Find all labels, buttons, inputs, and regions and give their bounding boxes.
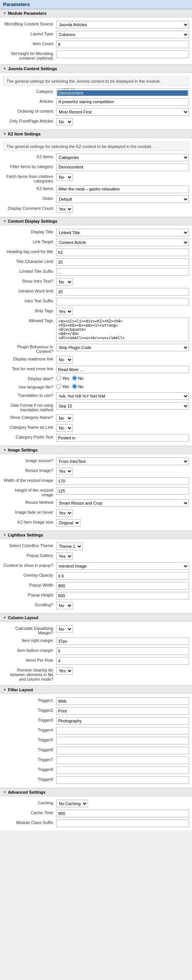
input-intro-text-suffix[interactable] [56,298,189,305]
select-plugin-behaviour[interactable]: Strip Plugin Code [56,344,189,351]
select-layout-type[interactable]: Columns [56,31,189,38]
select-remove-clearing-div[interactable]: Yes No [56,667,73,675]
field-trigger2: Trigger2 [0,706,192,716]
field-display-date: Display date? Yes No [0,374,192,383]
control-only-frontpage: No Yes [56,118,189,126]
section-header-lightbox[interactable]: ▼ Lightbox Settings [0,531,192,539]
input-cache-time[interactable] [56,810,189,817]
section-header-filter-layout[interactable]: ▼ Filter Layout [0,686,192,694]
select-content-show-popup[interactable]: Introtext Image [56,562,189,570]
control-height-resized [56,487,189,495]
control-trigger8 [56,767,189,774]
select-k2-items-list[interactable]: After the meal – gastro relaxation An ap… [56,186,189,193]
section-header-module-parameters[interactable]: ▼ Module Parameters [0,9,192,18]
input-trigger8[interactable] [56,767,189,774]
select-colorbox-theme[interactable]: Theme 1 [56,542,83,550]
control-filter-category: Democontent – Democontent [56,164,189,171]
input-item-count[interactable] [56,41,189,48]
section-header-image-settings[interactable]: ▼ Image Settings [0,446,192,454]
select-date-format[interactable]: Sep 15 [56,402,189,410]
input-trigger4[interactable] [56,727,189,735]
input-overlay-opacity[interactable] [56,572,189,580]
input-item-right-margin[interactable] [56,637,189,645]
input-category-prefix-text[interactable] [56,434,189,442]
select-popup-gallery[interactable]: Yes No [56,552,73,560]
input-trigger9[interactable] [56,776,189,784]
input-trigger3[interactable] [56,717,189,725]
label-display-title: Display Title [3,229,56,234]
section-header-joomla-content[interactable]: ▼ Joomla Content Settings [0,65,192,73]
control-category-name-as-link: No Yes [56,424,189,432]
select-show-category-name[interactable]: No Yes [56,414,73,422]
input-items-per-row[interactable] [56,657,189,665]
label-fetch-children: Fetch items from children categories [3,173,56,183]
select-link-target[interactable]: Content Article [56,239,189,246]
input-text-read-more[interactable] [56,366,189,373]
select-filter-category[interactable]: Democontent – Democontent [56,164,189,171]
radio-display-date-yes[interactable]: Yes [56,375,69,380]
input-trigger1[interactable] [56,697,189,705]
input-popup-height[interactable] [56,592,189,600]
radio-display-date: Yes No [56,375,189,380]
section-body-joomla-content: The general settings for selecting the J… [0,73,192,129]
input-set-height[interactable] [56,51,189,58]
input-popup-width[interactable] [56,582,189,590]
select-scrolling[interactable]: No Yes [56,602,73,609]
input-title-char-limit[interactable] [56,258,189,266]
select-ordering-content[interactable]: Most Recent First [56,108,189,116]
select-category-name-as-link[interactable]: No Yes [56,424,73,432]
select-display-comment-count[interactable]: Yes No [56,205,73,213]
select-only-frontpage[interactable]: No Yes [56,118,73,126]
input-height-resized[interactable] [56,487,189,495]
label-ordering-content: Ordering of content [3,108,56,113]
field-caching: Caching No Caching [0,799,192,808]
section-header-advanced[interactable]: ▼ Advanced Settings [0,788,192,796]
label-heading-tag: Heading tag used for title [3,248,56,254]
radio-language-yes[interactable]: Yes [56,384,69,389]
input-trigger2[interactable] [56,707,189,715]
input-trigger7[interactable] [56,757,189,764]
select-caching[interactable]: No Caching [56,800,88,807]
label-cache-time: Cache Time [3,810,56,815]
input-trigger6[interactable] [56,747,189,754]
select-show-intro-text[interactable]: No Yes [56,278,73,286]
field-introtext-word-limit: Introtext Word limit [0,287,192,297]
input-introtext-word-limit[interactable] [56,288,189,296]
input-trigger5[interactable] [56,737,189,745]
select-strip-tags[interactable]: Yes No [56,308,73,315]
section-header-k2-items[interactable]: ▼ K2 Item Settings [0,130,192,138]
select-microblog-content-source[interactable]: Joomla Articles [56,21,189,29]
select-category[interactable]: General Languages About Joomla! The CMS … [56,88,189,96]
section-header-content-display[interactable]: ▼ Content Display Settings [0,217,192,225]
select-resize-image[interactable]: Yes No [56,468,73,475]
select-display-readmore[interactable]: No Yes [56,356,73,363]
control-trigger3 [56,717,189,725]
select-image-fade-hover[interactable]: Yes No [56,509,73,517]
radio-display-date-no[interactable]: No [72,375,84,380]
select-resize-method[interactable]: Smart Resize and Crop [56,499,189,507]
select-k2-items[interactable]: Categories [56,154,189,161]
input-width-resized[interactable] [56,477,189,485]
select-fetch-children[interactable]: No Yes [56,173,73,181]
select-display-title[interactable]: Linked Title [56,229,189,236]
label-remove-clearing-div: Remove clearing div between elements in … [3,667,56,681]
input-module-class-suffix[interactable] [56,819,189,827]
field-k2-items-list: K2 Items After the meal – gastro relaxat… [0,185,192,194]
field-limited-title-suffix: Limited Title Suffix [0,267,192,277]
select-k2-image-size[interactable]: Original [56,519,81,527]
select-k2-order[interactable]: Default [56,196,189,203]
select-translation-to-use[interactable]: %A, %d %B %Y %H:%M [56,392,189,400]
radio-language-no[interactable]: No [72,384,84,389]
section-label: Advanced Settings [8,790,46,794]
label-intro-text-suffix: Intro Text Suffix [3,298,56,303]
select-calculate-equalising[interactable]: No Yes [56,625,73,633]
input-heading-tag[interactable] [56,248,189,256]
arrow-icon: ▼ [3,616,6,620]
label-allowed-tags: Allowed Tags [3,318,56,323]
input-limited-title-suffix[interactable] [56,268,189,276]
field-item-bottom-margin: Item bottom margin [0,646,192,656]
select-articles[interactable]: A powerful staring competition A serious… [56,98,189,106]
input-item-bottom-margin[interactable] [56,647,189,655]
select-image-source[interactable]: From IntroText [56,458,189,465]
section-header-column-layout[interactable]: ▼ Column Layout [0,614,192,622]
